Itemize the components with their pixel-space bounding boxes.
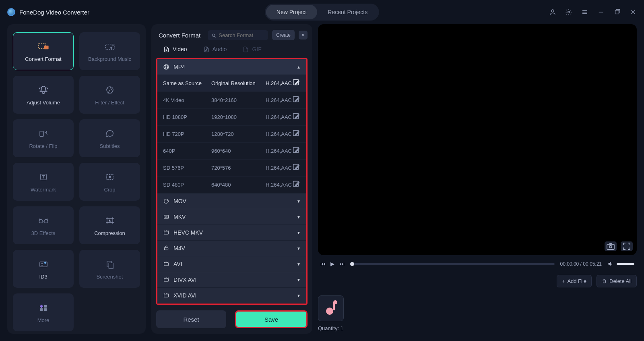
create-button[interactable]: Create — [272, 30, 295, 40]
add-file-button[interactable]: +Add File — [557, 275, 592, 287]
tab-audio[interactable]: Audio — [203, 46, 227, 52]
edit-option-icon[interactable] — [292, 78, 301, 88]
option-codec: H.264,AAC — [260, 80, 292, 86]
sidebar-label: Filter / Effect — [95, 100, 124, 106]
sidebar-label: Compression — [94, 230, 125, 236]
fullscreen-button[interactable] — [621, 241, 633, 251]
music-note-icon — [325, 302, 336, 315]
sidebar-item-adjust-volume[interactable]: Adjust Volume — [13, 76, 74, 114]
search-input[interactable] — [219, 32, 264, 38]
trash-icon — [602, 279, 607, 284]
timeline-slider[interactable] — [350, 263, 555, 265]
video-preview[interactable] — [318, 24, 637, 255]
sidebar-item-3d-effects[interactable]: 3D Effects — [13, 206, 74, 244]
play-bar: ⏮ ▶ ⏭ 00:00:00 / 00:05:21 — [318, 255, 637, 272]
sidebar-item-id3[interactable]: ID3 — [13, 250, 74, 288]
format-type-icon — [163, 277, 169, 283]
format-header-xvid-avi[interactable]: XVID AVI▼ — [157, 288, 306, 304]
save-button[interactable]: Save — [235, 310, 308, 328]
volume-slider[interactable] — [617, 263, 634, 265]
svg-point-26 — [165, 65, 166, 67]
format-name: XVID AVI — [173, 292, 196, 299]
option-resolution: 3840*2160 — [211, 97, 260, 103]
svg-rect-21 — [40, 308, 42, 310]
preview-controls — [605, 241, 633, 251]
format-option-row[interactable]: SD 576P720*576H.264,AAC — [157, 160, 306, 177]
snapshot-button[interactable] — [605, 241, 617, 251]
format-header-hevc-mkv[interactable]: HEVC MKV▼ — [157, 225, 306, 241]
delete-all-button[interactable]: Delete All — [597, 275, 637, 287]
audio-file-icon — [203, 46, 209, 52]
more-icon — [36, 302, 51, 313]
format-option-row[interactable]: HD 720P1280*720H.264,AAC — [157, 126, 306, 143]
tab-recent-projects[interactable]: Recent Projects — [317, 5, 378, 19]
sidebar-item-subtitles[interactable]: Subtitles — [79, 119, 140, 157]
edit-option-icon[interactable] — [292, 95, 301, 105]
edit-option-icon[interactable] — [292, 180, 301, 190]
sidebar-label: Screenshot — [97, 274, 123, 280]
chevron-down-icon: ▼ — [297, 215, 301, 219]
menu-icon[interactable] — [581, 8, 588, 16]
format-header-mp4[interactable]: MP4▲ — [157, 59, 306, 75]
minimize-icon[interactable] — [597, 8, 605, 16]
play-button[interactable]: ▶ — [330, 261, 334, 267]
tab-gif[interactable]: GIF — [243, 46, 261, 52]
sidebar-item-crop[interactable]: Crop — [79, 163, 140, 201]
sidebar-item-screenshot[interactable]: Screenshot — [79, 250, 140, 288]
format-name: M4V — [173, 245, 185, 252]
project-tabs: New Project Recent Projects — [265, 4, 379, 21]
edit-option-icon[interactable] — [292, 112, 301, 122]
format-type-icon — [163, 245, 169, 252]
format-header-avi[interactable]: AVI▼ — [157, 256, 306, 272]
settings-icon[interactable] — [565, 8, 572, 16]
queue-item[interactable]: Quantity: 1 — [318, 295, 344, 331]
svg-rect-44 — [164, 294, 169, 297]
format-option-row[interactable]: SD 480P640*480H.264,AAC — [157, 177, 306, 193]
option-name: Same as Source — [163, 80, 211, 86]
next-button[interactable]: ⏭ — [339, 261, 345, 267]
sidebar-item-background-music[interactable]: Background Music — [79, 32, 140, 70]
format-type-icon — [163, 261, 169, 267]
crop-icon — [103, 171, 117, 183]
maximize-icon[interactable] — [613, 8, 621, 16]
sidebar-item-rotate-flip[interactable]: Rotate / Flip — [13, 119, 74, 157]
format-option-row[interactable]: Same as SourceOriginal ResolutionH.264,A… — [157, 75, 306, 92]
sidebar-item-more[interactable]: More — [13, 293, 74, 331]
close-panel-button[interactable]: × — [299, 31, 308, 40]
music-icon — [103, 41, 117, 52]
format-header-m4v[interactable]: M4V▼ — [157, 241, 306, 256]
format-header-divx-avi[interactable]: DIVX AVI▼ — [157, 272, 306, 288]
sidebar-item-convert-format[interactable]: Convert Format — [13, 32, 74, 70]
sidebar-item-filter-effect[interactable]: Filter / Effect — [79, 76, 140, 114]
svg-point-27 — [167, 65, 168, 67]
format-option-row[interactable]: 4K Video3840*2160H.264,AAC — [157, 92, 306, 109]
format-header-mov[interactable]: MOV▼ — [157, 193, 306, 209]
option-resolution: Original Resolution — [211, 80, 260, 86]
timeline-thumb[interactable] — [350, 262, 354, 266]
option-resolution: 1280*720 — [211, 131, 260, 137]
edit-option-icon[interactable] — [292, 129, 301, 139]
svg-rect-8 — [40, 131, 43, 136]
account-icon[interactable] — [549, 8, 556, 16]
edit-option-icon[interactable] — [292, 146, 301, 156]
main-area: Convert Format Background Music Adjust V… — [0, 24, 644, 341]
tab-new-project[interactable]: New Project — [266, 5, 317, 19]
format-option-row[interactable]: HD 1080P1920*1080H.264,AAC — [157, 109, 306, 126]
panel-actions: Reset Save — [156, 305, 308, 328]
format-option-row[interactable]: 640P960*640H.264,AAC — [157, 143, 306, 160]
file-thumbnail — [318, 295, 344, 321]
sidebar-item-watermark[interactable]: Watermark — [13, 163, 74, 201]
chevron-down-icon: ▼ — [297, 231, 301, 235]
close-icon[interactable] — [630, 8, 637, 16]
reset-button[interactable]: Reset — [156, 310, 226, 328]
svg-point-25 — [164, 64, 169, 69]
tab-video[interactable]: Video — [163, 46, 187, 52]
sidebar-item-compression[interactable]: Compression — [79, 206, 140, 244]
volume-icon[interactable] — [607, 261, 613, 267]
edit-option-icon[interactable] — [292, 163, 301, 173]
format-header-mkv[interactable]: MKVMKV▼ — [157, 209, 306, 225]
prev-button[interactable]: ⏮ — [320, 261, 326, 267]
chevron-down-icon: ▼ — [297, 278, 301, 282]
window-controls — [549, 8, 637, 16]
option-codec: H.264,AAC — [260, 97, 292, 103]
